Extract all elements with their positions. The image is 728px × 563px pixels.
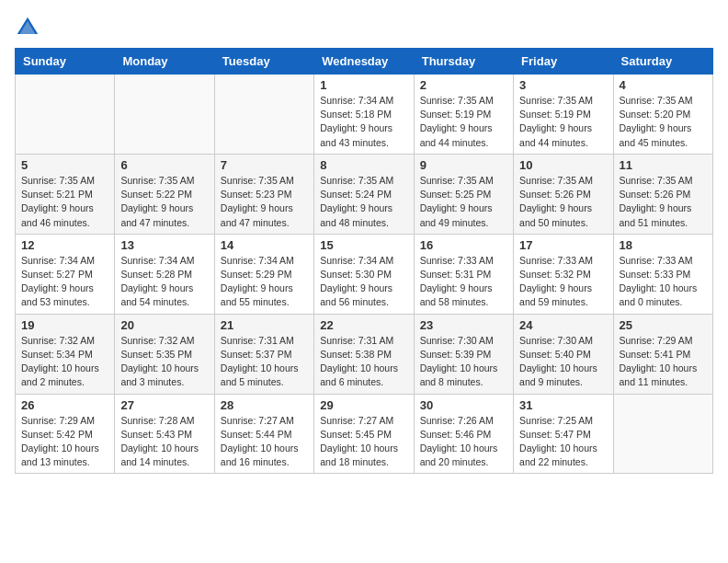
logo-icon (15, 15, 40, 40)
calendar-cell (16, 75, 115, 155)
calendar-cell: 22Sunrise: 7:31 AM Sunset: 5:38 PM Dayli… (314, 314, 414, 394)
day-number: 15 (320, 238, 407, 252)
day-number: 9 (420, 158, 507, 172)
day-info: Sunrise: 7:31 AM Sunset: 5:37 PM Dayligh… (221, 334, 308, 390)
calendar-cell: 29Sunrise: 7:27 AM Sunset: 5:45 PM Dayli… (314, 394, 414, 474)
calendar-cell: 15Sunrise: 7:34 AM Sunset: 5:30 PM Dayli… (314, 234, 414, 314)
day-info: Sunrise: 7:32 AM Sunset: 5:34 PM Dayligh… (21, 334, 108, 390)
day-info: Sunrise: 7:35 AM Sunset: 5:19 PM Dayligh… (420, 94, 507, 150)
day-number: 31 (519, 398, 607, 412)
day-number: 7 (221, 158, 308, 172)
day-header-friday: Friday (514, 49, 613, 75)
day-number: 13 (120, 238, 208, 252)
day-number: 19 (21, 318, 108, 332)
calendar-cell: 10Sunrise: 7:35 AM Sunset: 5:26 PM Dayli… (514, 154, 613, 234)
day-number: 29 (320, 398, 407, 412)
day-number: 8 (320, 158, 407, 172)
day-header-saturday: Saturday (613, 49, 712, 75)
day-number: 14 (221, 238, 308, 252)
calendar-cell: 4Sunrise: 7:35 AM Sunset: 5:20 PM Daylig… (613, 75, 712, 155)
day-info: Sunrise: 7:28 AM Sunset: 5:43 PM Dayligh… (120, 414, 208, 470)
day-number: 12 (21, 238, 108, 252)
day-info: Sunrise: 7:35 AM Sunset: 5:26 PM Dayligh… (620, 174, 707, 230)
calendar-cell: 2Sunrise: 7:35 AM Sunset: 5:19 PM Daylig… (414, 75, 513, 155)
calendar-cell: 24Sunrise: 7:30 AM Sunset: 5:40 PM Dayli… (514, 314, 613, 394)
calendar-cell: 9Sunrise: 7:35 AM Sunset: 5:25 PM Daylig… (414, 154, 513, 234)
day-number: 1 (320, 78, 407, 92)
day-info: Sunrise: 7:34 AM Sunset: 5:28 PM Dayligh… (120, 254, 208, 310)
calendar-cell: 12Sunrise: 7:34 AM Sunset: 5:27 PM Dayli… (16, 234, 115, 314)
calendar-cell: 8Sunrise: 7:35 AM Sunset: 5:24 PM Daylig… (314, 154, 414, 234)
day-info: Sunrise: 7:35 AM Sunset: 5:21 PM Dayligh… (21, 174, 108, 230)
day-info: Sunrise: 7:30 AM Sunset: 5:40 PM Dayligh… (519, 334, 607, 390)
day-number: 28 (221, 398, 308, 412)
day-info: Sunrise: 7:35 AM Sunset: 5:24 PM Dayligh… (320, 174, 407, 230)
day-info: Sunrise: 7:31 AM Sunset: 5:38 PM Dayligh… (320, 334, 407, 390)
day-info: Sunrise: 7:30 AM Sunset: 5:39 PM Dayligh… (420, 334, 507, 390)
day-info: Sunrise: 7:27 AM Sunset: 5:44 PM Dayligh… (221, 414, 308, 470)
day-number: 20 (120, 318, 208, 332)
day-header-wednesday: Wednesday (314, 49, 414, 75)
calendar-cell: 26Sunrise: 7:29 AM Sunset: 5:42 PM Dayli… (16, 394, 115, 474)
day-info: Sunrise: 7:35 AM Sunset: 5:26 PM Dayligh… (519, 174, 607, 230)
calendar-cell (115, 75, 214, 155)
calendar-cell: 23Sunrise: 7:30 AM Sunset: 5:39 PM Dayli… (414, 314, 513, 394)
calendar-cell: 17Sunrise: 7:33 AM Sunset: 5:32 PM Dayli… (514, 234, 613, 314)
calendar-cell: 13Sunrise: 7:34 AM Sunset: 5:28 PM Dayli… (115, 234, 214, 314)
day-number: 11 (620, 158, 707, 172)
day-info: Sunrise: 7:34 AM Sunset: 5:29 PM Dayligh… (221, 254, 308, 310)
day-number: 27 (120, 398, 208, 412)
calendar-cell: 6Sunrise: 7:35 AM Sunset: 5:22 PM Daylig… (115, 154, 214, 234)
logo (15, 15, 44, 40)
calendar-cell: 11Sunrise: 7:35 AM Sunset: 5:26 PM Dayli… (613, 154, 712, 234)
day-number: 3 (519, 78, 607, 92)
day-info: Sunrise: 7:35 AM Sunset: 5:22 PM Dayligh… (120, 174, 208, 230)
day-info: Sunrise: 7:35 AM Sunset: 5:23 PM Dayligh… (221, 174, 308, 230)
calendar-cell: 20Sunrise: 7:32 AM Sunset: 5:35 PM Dayli… (115, 314, 214, 394)
calendar-cell (214, 75, 313, 155)
day-info: Sunrise: 7:33 AM Sunset: 5:31 PM Dayligh… (420, 254, 507, 310)
calendar-cell: 18Sunrise: 7:33 AM Sunset: 5:33 PM Dayli… (613, 234, 712, 314)
day-info: Sunrise: 7:26 AM Sunset: 5:46 PM Dayligh… (420, 414, 507, 470)
calendar-cell: 16Sunrise: 7:33 AM Sunset: 5:31 PM Dayli… (414, 234, 513, 314)
day-number: 21 (221, 318, 308, 332)
calendar-cell: 21Sunrise: 7:31 AM Sunset: 5:37 PM Dayli… (214, 314, 313, 394)
day-number: 5 (21, 158, 108, 172)
day-number: 16 (420, 238, 507, 252)
calendar-cell: 7Sunrise: 7:35 AM Sunset: 5:23 PM Daylig… (214, 154, 313, 234)
day-info: Sunrise: 7:34 AM Sunset: 5:27 PM Dayligh… (21, 254, 108, 310)
calendar-cell: 27Sunrise: 7:28 AM Sunset: 5:43 PM Dayli… (115, 394, 214, 474)
calendar-cell: 14Sunrise: 7:34 AM Sunset: 5:29 PM Dayli… (214, 234, 313, 314)
day-number: 22 (320, 318, 407, 332)
day-info: Sunrise: 7:34 AM Sunset: 5:18 PM Dayligh… (320, 94, 407, 150)
day-number: 6 (120, 158, 208, 172)
day-header-monday: Monday (115, 49, 214, 75)
day-number: 18 (620, 238, 707, 252)
day-header-tuesday: Tuesday (214, 49, 313, 75)
day-number: 26 (21, 398, 108, 412)
calendar-table: SundayMondayTuesdayWednesdayThursdayFrid… (15, 48, 713, 474)
day-info: Sunrise: 7:33 AM Sunset: 5:32 PM Dayligh… (519, 254, 607, 310)
day-info: Sunrise: 7:34 AM Sunset: 5:30 PM Dayligh… (320, 254, 407, 310)
day-info: Sunrise: 7:29 AM Sunset: 5:42 PM Dayligh… (21, 414, 108, 470)
day-header-sunday: Sunday (16, 49, 115, 75)
calendar-cell: 28Sunrise: 7:27 AM Sunset: 5:44 PM Dayli… (214, 394, 313, 474)
calendar-cell (613, 394, 712, 474)
day-info: Sunrise: 7:27 AM Sunset: 5:45 PM Dayligh… (320, 414, 407, 470)
calendar-cell: 5Sunrise: 7:35 AM Sunset: 5:21 PM Daylig… (16, 154, 115, 234)
day-info: Sunrise: 7:33 AM Sunset: 5:33 PM Dayligh… (620, 254, 707, 310)
calendar-cell: 3Sunrise: 7:35 AM Sunset: 5:19 PM Daylig… (514, 75, 613, 155)
calendar-cell: 31Sunrise: 7:25 AM Sunset: 5:47 PM Dayli… (514, 394, 613, 474)
day-info: Sunrise: 7:32 AM Sunset: 5:35 PM Dayligh… (120, 334, 208, 390)
day-number: 17 (519, 238, 607, 252)
day-info: Sunrise: 7:35 AM Sunset: 5:25 PM Dayligh… (420, 174, 507, 230)
day-number: 4 (620, 78, 707, 92)
day-info: Sunrise: 7:25 AM Sunset: 5:47 PM Dayligh… (519, 414, 607, 470)
calendar-cell: 30Sunrise: 7:26 AM Sunset: 5:46 PM Dayli… (414, 394, 513, 474)
day-number: 30 (420, 398, 507, 412)
calendar-cell: 19Sunrise: 7:32 AM Sunset: 5:34 PM Dayli… (16, 314, 115, 394)
day-number: 23 (420, 318, 507, 332)
day-info: Sunrise: 7:35 AM Sunset: 5:20 PM Dayligh… (620, 94, 707, 150)
day-number: 2 (420, 78, 507, 92)
page-header (15, 15, 713, 40)
